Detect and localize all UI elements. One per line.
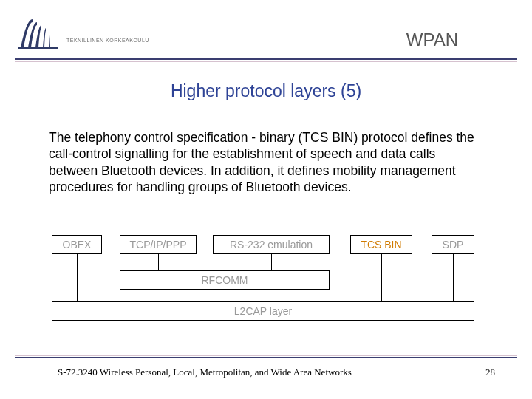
footer-rule-dark <box>15 357 517 358</box>
page-number: 28 <box>485 366 495 378</box>
connector <box>77 254 78 301</box>
protocol-stack-diagram: OBEX TCP/IP/PPP RS-232 emulation TCS BIN… <box>52 235 488 324</box>
slide-header: TEKNILLINEN KORKEAKOULU WPAN <box>0 0 532 59</box>
box-l2cap: L2CAP layer <box>52 301 474 321</box>
connector <box>158 254 159 270</box>
connector <box>453 254 454 301</box>
box-sdp: SDP <box>432 235 474 254</box>
slide-title: Higher protocol layers (5) <box>0 81 532 101</box>
box-tcsbin: TCS BIN <box>350 235 412 254</box>
topic-label: WPAN <box>406 30 458 50</box>
box-obex: OBEX <box>52 235 102 254</box>
svg-rect-0 <box>18 47 58 49</box>
institution-logo: TEKNILLINEN KORKEAKOULU <box>18 18 166 52</box>
slide: TEKNILLINEN KORKEAKOULU WPAN Higher prot… <box>0 0 532 399</box>
box-rfcomm: RFCOMM <box>120 270 330 290</box>
header-rule-dark <box>15 58 517 60</box>
body-paragraph: The telephony control specification - bi… <box>49 129 485 196</box>
header-rule-light <box>15 61 517 62</box>
institution-name: TEKNILLINEN KORKEAKOULU <box>66 38 149 43</box>
box-tcpip: TCP/IP/PPP <box>120 235 197 254</box>
connector <box>271 254 272 270</box>
box-rs232: RS-232 emulation <box>213 235 330 254</box>
connector <box>225 290 225 301</box>
logo-icon <box>18 18 58 50</box>
footer-course: S-72.3240 Wireless Personal, Local, Metr… <box>58 366 352 378</box>
connector <box>381 254 382 301</box>
footer-rule-light <box>15 355 517 356</box>
